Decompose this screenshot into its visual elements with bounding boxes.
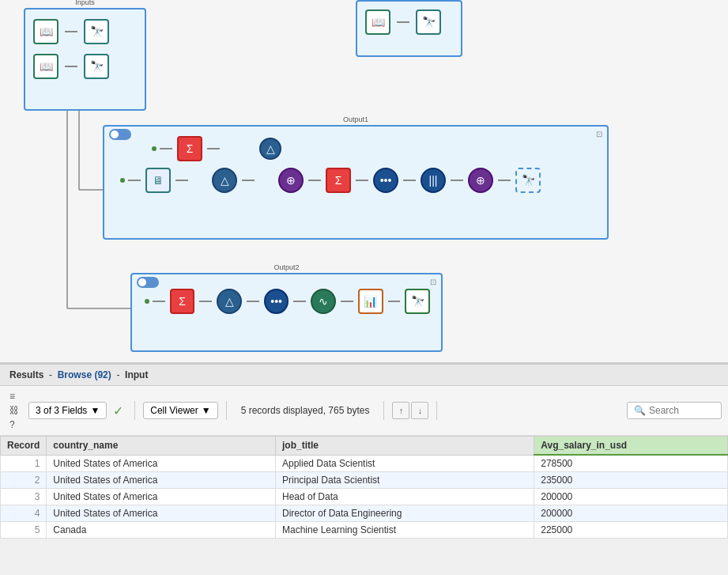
node-browse-3[interactable]: 🔭 [416,9,441,35]
browse-label[interactable]: Browse (92) [58,369,111,380]
connector-1 [65,31,77,32]
node-sum-1[interactable]: Σ [177,136,202,161]
cell-job-2: Principal Data Scientist [276,472,534,489]
c-line-7 [356,180,368,181]
c-line-16 [388,301,401,302]
divider-2 [226,401,227,420]
cell-salary-5: 225000 [534,522,728,539]
table-row: 5 Canada Machine Learning Scientist 2250… [1,522,728,539]
cell-country-3: United States of America [47,489,276,505]
node-dots-1[interactable]: ••• [373,168,398,193]
c-line-12 [199,301,212,302]
output2-toggle[interactable] [137,277,159,290]
records-info: 5 records displayed, 765 bytes [241,405,370,416]
connector-3 [397,21,409,23]
right-top-box: 📖 🔭 [356,0,462,57]
node-purple-2[interactable]: ⊕ [468,168,493,193]
col-country-name[interactable]: country_name [47,437,276,456]
cell-salary-3: 200000 [534,489,728,505]
table-body: 1 United States of America Applied Data … [1,455,728,539]
nav-down-btn[interactable]: ↓ [411,402,428,419]
input-box-label: Inputs [75,0,95,6]
cell-viewer-button[interactable]: Cell Viewer ▼ [143,402,217,419]
output2-maximize[interactable]: ⊡ [430,278,436,286]
connector-2 [65,66,77,67]
cell-record-1: 1 [1,455,47,472]
node-browse-1[interactable]: 🔭 [84,19,109,44]
table-row: 3 United States of America Head of Data … [1,489,728,505]
c-line-6 [308,180,321,181]
input-box: Inputs 📖 🔭 📖 🔭 [24,8,146,111]
c-line-8 [403,180,416,181]
node-browse-4[interactable]: 🖥 [145,168,171,193]
cell-viewer-dropdown-icon: ▼ [202,405,211,416]
node-book-3[interactable]: 📖 [365,9,390,35]
cell-record-5: 5 [1,522,47,539]
fields-button[interactable]: 3 of 3 Fields ▼ [28,402,107,419]
node-browse-2[interactable]: 🔭 [84,54,109,79]
hamburger-icon-btn[interactable]: ≡ [6,389,22,403]
divider-4 [436,401,437,420]
toolbar-left-icons: ≡ ⛓ ? [6,389,22,432]
c-line-4 [175,180,188,181]
cell-salary-1: 278500 [534,455,728,472]
c-line-2 [207,148,220,149]
node-dashed-1[interactable]: 🔭 [515,168,541,193]
toolbar: ≡ ⛓ ? 3 of 3 Fields ▼ ✓ Cell Viewer ▼ 5 … [0,386,728,436]
node-book-2[interactable]: 📖 [33,54,58,79]
checkmark-btn[interactable]: ✓ [110,402,126,420]
help-icon-btn[interactable]: ? [6,418,22,432]
dot-1 [152,146,157,151]
node-bar-1[interactable]: ||| [421,168,446,193]
table-header-row: Record country_name job_title Avg_salary… [1,437,728,456]
c-line-11 [153,301,165,302]
search-input[interactable] [649,405,712,416]
nav-buttons: ↑ ↓ [392,402,428,419]
cell-country-2: United States of America [47,472,276,489]
node-sum-3[interactable]: Σ [170,289,195,314]
node-green-browse-1[interactable]: 🔭 [405,289,430,314]
cell-job-1: Applied Data Scientist [276,455,534,472]
output1-maximize[interactable]: ⊡ [596,130,602,138]
canvas-area: Inputs 📖 🔭 📖 🔭 📖 🔭 Output1 ⊡ [0,0,728,364]
node-purple-1[interactable]: ⊕ [278,168,304,193]
cell-record-3: 3 [1,489,47,505]
node-wave-1[interactable]: ∿ [311,289,336,314]
results-header: Results - Browse (92) - Input [0,365,728,386]
cell-country-5: Canada [47,522,276,539]
cell-salary-2: 235000 [534,472,728,489]
c-line-15 [341,301,353,302]
node-dots-2[interactable]: ••• [264,289,289,314]
search-box: 🔍 [627,402,722,419]
table-row: 1 United States of America Applied Data … [1,455,728,472]
dot-3 [145,299,149,304]
cell-salary-4: 200000 [534,505,728,522]
output1-box: Output1 ⊡ Σ △ 🖥 △ ⊕ Σ [103,125,609,240]
node-triangle-2[interactable]: △ [212,168,237,193]
nav-up-btn[interactable]: ↑ [392,402,409,419]
c-line-14 [293,301,306,302]
node-sum-2[interactable]: Σ [326,168,351,193]
table-row: 4 United States of America Director of D… [1,505,728,522]
col-record[interactable]: Record [1,437,47,456]
output1-toggle[interactable] [109,129,131,142]
node-orange-browse-1[interactable]: 📊 [358,289,383,314]
node-book-1[interactable]: 📖 [33,19,58,44]
fields-dropdown-icon: ▼ [90,405,100,416]
dot-2 [120,178,125,183]
node-triangle-3[interactable]: △ [217,289,242,314]
cell-job-5: Machine Learning Scientist [276,522,534,539]
output1-label: Output1 [343,115,368,123]
col-avg-salary[interactable]: Avg_salary_in_usd [534,437,728,456]
divider-1 [134,401,135,420]
cell-job-3: Head of Data [276,489,534,505]
col-job-title[interactable]: job_title [276,437,534,456]
output2-label: Output2 [273,263,299,271]
c-line-10 [498,180,511,181]
chain-icon-btn[interactable]: ⛓ [6,403,22,418]
output2-box: Output2 ⊡ Σ △ ••• ∿ 📊 🔭 [130,273,443,352]
results-label: Results [9,369,43,380]
table-row: 2 United States of America Principal Dat… [1,472,728,489]
node-triangle-1[interactable]: △ [259,138,281,160]
results-panel: Results - Browse (92) - Input ≡ ⛓ ? 3 of… [0,364,728,539]
